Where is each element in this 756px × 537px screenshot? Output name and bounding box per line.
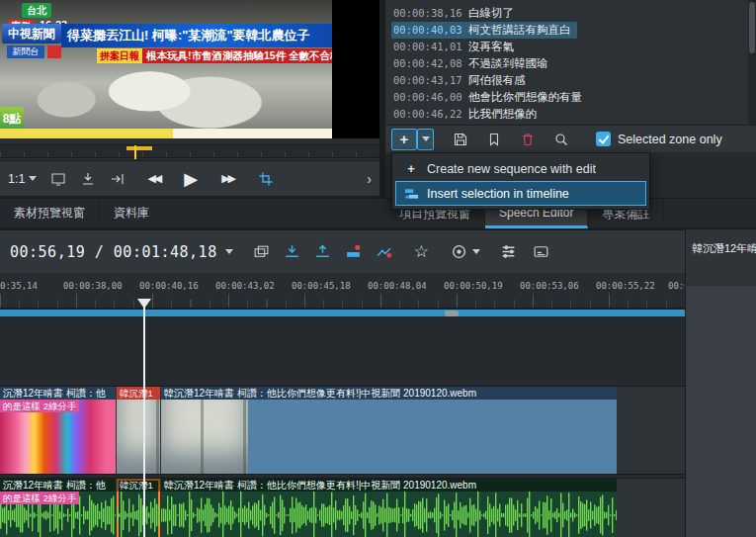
video-clip-label: 韓沉潛1 bbox=[117, 387, 160, 400]
monitor-seekbar[interactable] bbox=[0, 144, 379, 158]
video-clip-label: 韓沉潛12年啃書 柯讚：他比你們想像更有料!|中視新聞 20190120.web… bbox=[161, 387, 617, 400]
add-selection-button[interactable]: + bbox=[391, 129, 417, 150]
mix-clips-button[interactable] bbox=[253, 243, 270, 260]
timeline-playhead[interactable] bbox=[143, 305, 145, 537]
save-icon bbox=[453, 132, 468, 147]
rewind-button[interactable]: ◀◀ bbox=[147, 172, 160, 185]
monitor-toolbar: 1:1 ◀◀ ▶ ▶▶ › bbox=[0, 160, 379, 196]
timeline-area: 0:35,14 00:00:38,00 00:00:40,16 00:00:43… bbox=[0, 273, 685, 537]
video-letterbox bbox=[332, 0, 379, 138]
forward-button[interactable]: ▶▶ bbox=[221, 172, 234, 185]
audio-mixer-button[interactable] bbox=[500, 243, 517, 260]
zone-mode-button[interactable] bbox=[258, 171, 274, 187]
add-dropdown-toggle[interactable] bbox=[417, 129, 434, 150]
extract-up-icon bbox=[314, 243, 331, 260]
segment-timestamp: 00:00:46,22 bbox=[393, 106, 468, 123]
monitor-playhead[interactable] bbox=[134, 145, 136, 159]
delete-button[interactable] bbox=[515, 129, 541, 150]
overwrite-zone-button[interactable] bbox=[345, 243, 362, 260]
news-headline-banner: 得菜攤丟江山! 柯曝:"某潮流"要韓北農位子 bbox=[61, 24, 332, 47]
monitor-zone-marker[interactable] bbox=[126, 146, 152, 150]
segment-text: 白綠切了 bbox=[468, 5, 514, 22]
weather-city-badge: 台北 bbox=[22, 3, 51, 18]
speech-segment-row[interactable]: 00:00:43,17 阿伯很有感 bbox=[391, 72, 532, 89]
speech-segment-row[interactable]: 00:00:41,01 沒再客氣 bbox=[391, 39, 520, 55]
video-clip-main[interactable]: 韓沉潛12年啃書 柯讚：他比你們想像更有料!|中視新聞 20190120.web… bbox=[161, 387, 617, 474]
subtitle-label: 的是這樣 2綠分手 bbox=[0, 492, 79, 504]
toolbar-overflow-button[interactable]: › bbox=[367, 171, 372, 187]
search-button[interactable] bbox=[548, 129, 574, 150]
segment-timestamp: 00:00:42,08 bbox=[393, 55, 468, 72]
monitor-seek-ticks bbox=[0, 152, 379, 157]
play-button[interactable]: ▶ bbox=[184, 168, 198, 189]
scrollbar-thumb[interactable] bbox=[749, 2, 755, 53]
plus-icon: + bbox=[403, 162, 419, 175]
monitor-zoom-label: 1:1 bbox=[8, 172, 25, 186]
record-button-group[interactable] bbox=[451, 243, 480, 260]
set-in-point-button[interactable] bbox=[80, 171, 96, 187]
timeline-tracks: 沉潛12年啃書 柯讚：他 的是這樣 2綠分手 韓沉潛1 韓沉潛12年啃書 柯讚：… bbox=[0, 316, 685, 537]
tab-library[interactable]: 資料庫 bbox=[100, 199, 164, 227]
video-track[interactable]: 沉潛12年啃書 柯讚：他 的是這樣 2綠分手 韓沉潛1 韓沉潛12年啃書 柯讚：… bbox=[0, 386, 685, 475]
video-clip-selected[interactable]: 韓沉潛1 bbox=[117, 387, 160, 474]
audio-clip-left[interactable]: 沉潛12年啃書 柯讚：他 的是這樣 2綠分手 bbox=[0, 479, 116, 537]
speech-segment-row[interactable]: 00:00:46,00 他會比你們想像的有量 bbox=[391, 89, 588, 106]
favorite-effects-button[interactable] bbox=[376, 243, 392, 260]
add-button-menu: + Create new sequence with edit Insert s… bbox=[391, 152, 650, 210]
news-ticker-badge: 拼案日報 bbox=[97, 48, 142, 63]
timeline-ruler[interactable]: 0:35,14 00:00:38,00 00:00:40,16 00:00:43… bbox=[0, 273, 685, 309]
search-icon bbox=[553, 132, 569, 147]
extract-zone-button[interactable] bbox=[314, 243, 331, 260]
insert-down-icon bbox=[284, 243, 300, 260]
chevron-down-icon[interactable] bbox=[225, 249, 233, 254]
save-subtitle-button[interactable] bbox=[448, 129, 473, 150]
audio-clip-main[interactable]: 韓沉潛12年啃書 柯讚：他比你們想像更有料!|中視新聞 20190120.web… bbox=[161, 479, 617, 537]
speech-segment-row[interactable]: 00:00:46,22 比我們想像的 bbox=[391, 106, 543, 123]
tab-clip-monitor[interactable]: 素材預覽視窗 bbox=[0, 199, 100, 227]
speech-segment-row[interactable]: 00:00:42,08 不過談到韓國瑜 bbox=[391, 55, 554, 72]
segment-timestamp: 00:00:41,01 bbox=[393, 39, 468, 55]
selected-zone-label: Selected zone only bbox=[618, 133, 722, 146]
speech-segment-list[interactable]: 00:00:38,16 白綠切了 00:00:40,03 柯文哲講話有夠直白 0… bbox=[385, 0, 748, 125]
speech-editor-toolbar: + Selected zone only bbox=[385, 125, 756, 152]
timeline-zone-bar[interactable] bbox=[0, 309, 685, 316]
plus-icon: + bbox=[400, 132, 409, 146]
segment-text: 柯文哲講話有夠直白 bbox=[468, 22, 571, 39]
bookmark-icon bbox=[486, 132, 502, 147]
monitor-screen-icon bbox=[50, 171, 66, 187]
audio-track[interactable]: 沉潛12年啃書 柯讚：他 的是這樣 2綠分手 韓沉潛1 韓沉潛12年啃書 柯讚：… bbox=[0, 478, 685, 537]
subtitle-tool-button[interactable] bbox=[533, 243, 549, 260]
menu-item-create-sequence[interactable]: + Create new sequence with edit bbox=[395, 156, 646, 181]
favorites-star-button[interactable]: ☆ bbox=[414, 241, 429, 262]
bookmark-button[interactable] bbox=[481, 129, 507, 150]
ruler-label: 00:00:38,00 bbox=[63, 281, 123, 291]
insert-zone-button[interactable] bbox=[284, 243, 300, 260]
record-icon bbox=[451, 243, 467, 260]
timeline-timecode[interactable]: 00:56,19 / 00:01:48,18 bbox=[10, 243, 217, 261]
speech-list-scrollbar[interactable] bbox=[748, 0, 756, 125]
monitor-zoom-dropdown[interactable]: 1:1 bbox=[8, 172, 37, 186]
project-notes-panel: 韓沉潛12年啃書 柯 bbox=[685, 229, 756, 537]
clip-thumbnails bbox=[161, 400, 248, 474]
chevron-down-icon bbox=[472, 249, 480, 254]
selected-zone-checkbox[interactable] bbox=[596, 132, 611, 146]
mixer-icon bbox=[500, 243, 517, 260]
timeline-insert-icon bbox=[403, 186, 419, 201]
audio-waveform bbox=[117, 491, 160, 537]
segment-timestamp: 00:00:38,16 bbox=[393, 5, 468, 22]
audio-clip-selected[interactable]: 韓沉潛1 bbox=[117, 479, 160, 537]
menu-item-insert-selection[interactable]: Insert selection in timeline bbox=[395, 181, 646, 206]
video-clip-left[interactable]: 沉潛12年啃書 柯讚：他 的是這樣 2綠分手 bbox=[0, 387, 116, 474]
speech-segment-row-selected[interactable]: 00:00:40,03 柯文哲講話有夠直白 bbox=[391, 22, 577, 39]
project-notes-body[interactable] bbox=[686, 285, 756, 537]
segment-text: 沒再客氣 bbox=[468, 39, 514, 55]
set-out-point-button[interactable] bbox=[110, 171, 126, 187]
speech-segment-row[interactable]: 00:00:38,16 白綠切了 bbox=[391, 5, 520, 22]
ruler-label: 00:0 bbox=[668, 281, 685, 291]
project-note-text[interactable]: 韓沉潛12年啃書 柯 bbox=[686, 229, 756, 256]
clip-marker-icon bbox=[345, 243, 362, 260]
audio-waveform bbox=[161, 491, 617, 537]
ruler-major-ticks bbox=[0, 294, 685, 308]
menu-item-label: Insert selection in timeline bbox=[427, 187, 569, 201]
monitor-config-button[interactable] bbox=[50, 171, 66, 187]
